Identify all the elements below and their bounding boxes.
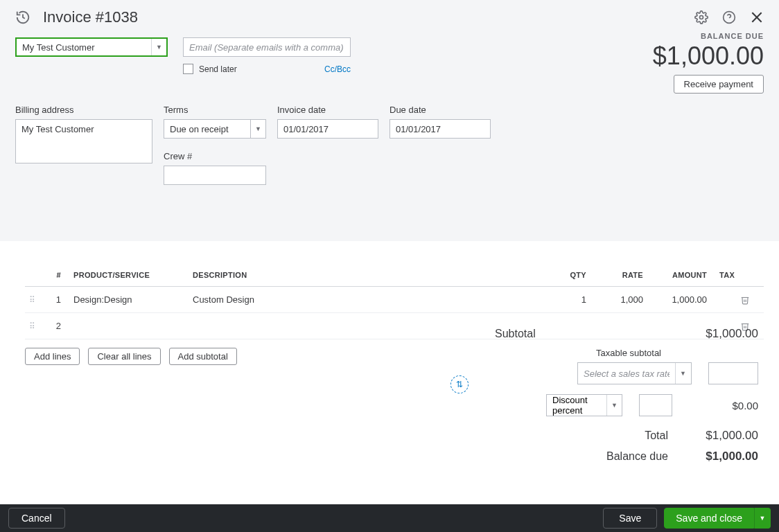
th-qty: QTY	[534, 271, 592, 279]
taxable-subtotal-label: Taxable subtotal	[495, 348, 661, 358]
tax-rate-select[interactable]: ▼	[577, 362, 692, 384]
crew-field[interactable]	[164, 166, 266, 185]
balance-due-val: $1,000.00	[689, 450, 758, 463]
discount-select[interactable]: Discount percent ▼	[546, 394, 622, 416]
tax-rate-input[interactable]	[578, 369, 675, 379]
crew-label: Crew #	[164, 151, 266, 161]
customer-value: My Test Customer	[17, 42, 151, 53]
table-header: # PRODUCT/SERVICE DESCRIPTION QTY RATE A…	[25, 263, 764, 287]
trash-icon[interactable]	[740, 295, 762, 305]
customer-select[interactable]: My Test Customer ▼	[15, 37, 168, 57]
discount-value-field[interactable]	[639, 394, 672, 416]
invoice-date-label: Invoice date	[277, 105, 378, 115]
table-row[interactable]: ⠿ 1 Design:Design Custom Design 1 1,000 …	[25, 287, 764, 313]
drag-handle-icon[interactable]: ⠿	[25, 295, 44, 305]
th-description: DESCRIPTION	[190, 271, 534, 279]
help-icon[interactable]	[722, 10, 736, 24]
save-and-close-button[interactable]: Save and close	[664, 508, 754, 529]
chevron-down-icon[interactable]: ▼	[754, 508, 771, 529]
svg-point-0	[700, 16, 703, 19]
receive-payment-button[interactable]: Receive payment	[674, 75, 764, 94]
th-num: #	[44, 271, 71, 279]
total-label: Total	[495, 429, 689, 442]
chevron-down-icon[interactable]: ▼	[151, 39, 166, 55]
due-date-field[interactable]: 01/01/2017	[390, 119, 491, 139]
cancel-button[interactable]: Cancel	[8, 508, 65, 529]
footer: Cancel Save Save and close ▼	[0, 504, 779, 532]
discount-amount: $0.00	[689, 400, 758, 411]
terms-label: Terms	[164, 105, 266, 115]
close-icon[interactable]	[750, 10, 764, 24]
balance-block: BALANCE DUE $1,000.00 Receive payment	[653, 32, 764, 94]
ccbcc-link[interactable]: Cc/Bcc	[324, 64, 351, 74]
th-tax: TAX	[714, 271, 740, 279]
chevron-down-icon[interactable]: ▼	[606, 395, 622, 416]
send-later-checkbox[interactable]	[183, 64, 193, 74]
subtotal-label: Subtotal	[495, 328, 536, 340]
gear-icon[interactable]	[694, 10, 708, 24]
balance-due-label: Balance due	[495, 450, 689, 463]
email-field[interactable]	[183, 37, 351, 57]
balance-label: BALANCE DUE	[653, 32, 764, 40]
save-button[interactable]: Save	[603, 508, 657, 529]
th-product: PRODUCT/SERVICE	[71, 271, 190, 279]
chevron-down-icon[interactable]: ▼	[675, 363, 690, 384]
add-subtotal-button[interactable]: Add subtotal	[169, 348, 237, 365]
invoice-date-field[interactable]: 01/01/2017	[277, 119, 378, 139]
th-rate: RATE	[592, 271, 649, 279]
billing-address-field[interactable]	[15, 119, 152, 163]
balance-amount: $1,000.00	[653, 42, 764, 71]
chevron-down-icon[interactable]: ▼	[251, 119, 266, 139]
total-val: $1,000.00	[689, 429, 758, 443]
history-icon[interactable]	[15, 10, 30, 25]
main-panel: # PRODUCT/SERVICE DESCRIPTION QTY RATE A…	[0, 241, 779, 504]
totals-block: Subtotal $1,000.00 Taxable subtotal ⇅ ▼ …	[495, 327, 758, 470]
clear-lines-button[interactable]: Clear all lines	[88, 348, 160, 365]
form-top: My Test Customer ▼ Send later Cc/Bcc BAL…	[0, 33, 779, 203]
terms-select[interactable]: Due on receipt ▼	[164, 119, 266, 139]
th-amount: AMOUNT	[649, 271, 714, 279]
page-title: Invoice #1038	[43, 8, 138, 26]
billing-label: Billing address	[15, 105, 152, 115]
due-date-label: Due date	[390, 105, 491, 115]
subtotal-val: $1,000.00	[689, 327, 758, 341]
drag-handle-icon[interactable]: ⠿	[25, 321, 44, 331]
header: Invoice #1038	[0, 0, 779, 33]
send-later-label: Send later	[199, 64, 237, 74]
add-lines-button[interactable]: Add lines	[25, 348, 80, 365]
swap-icon[interactable]: ⇅	[450, 375, 469, 393]
tax-amount-field[interactable]	[708, 362, 758, 384]
